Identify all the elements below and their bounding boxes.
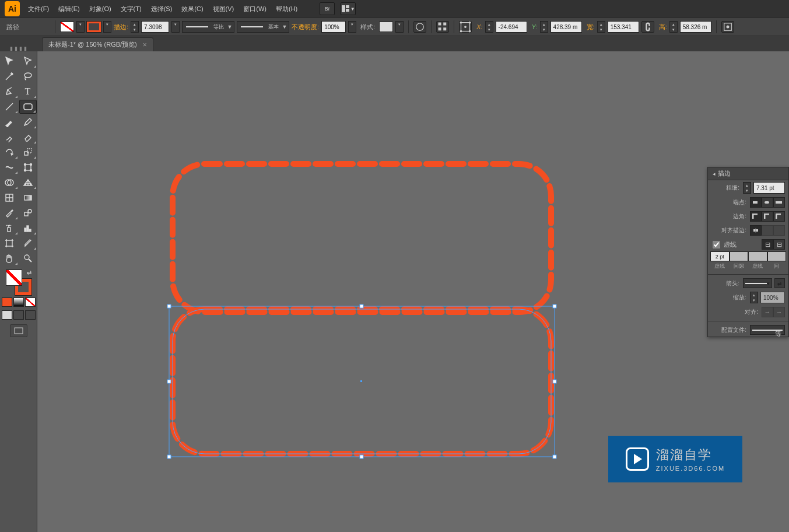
y-spinner[interactable]: ▴▾ bbox=[540, 21, 548, 33]
isolate-icon[interactable] bbox=[721, 21, 734, 33]
stroke-weight-input[interactable]: 7.3098 bbox=[141, 21, 169, 33]
fill-swatch[interactable] bbox=[60, 22, 74, 32]
type-tool[interactable]: T bbox=[19, 85, 37, 99]
draw-normal-icon[interactable] bbox=[2, 310, 12, 320]
fill-color-indicator[interactable] bbox=[6, 270, 22, 286]
weight-input[interactable]: 7.31 pt bbox=[753, 182, 785, 194]
link-wh-icon[interactable] bbox=[641, 21, 654, 33]
panel-collapse-icon[interactable]: ◂ bbox=[713, 171, 716, 177]
transform-anchor-icon[interactable] bbox=[459, 21, 472, 33]
blend-tool[interactable] bbox=[19, 206, 37, 220]
stroke-swatch[interactable] bbox=[87, 22, 101, 32]
join-miter-icon[interactable] bbox=[750, 211, 762, 222]
draw-inside-icon[interactable] bbox=[25, 310, 36, 320]
opacity-input[interactable]: 100% bbox=[321, 21, 346, 33]
shape-rounded-rect-1[interactable] bbox=[173, 164, 551, 312]
h-input[interactable]: 58.326 m bbox=[680, 21, 711, 33]
menu-effect[interactable]: 效果(C) bbox=[177, 0, 208, 18]
gradient-btn[interactable] bbox=[13, 298, 24, 307]
rounded-rectangle-tool[interactable] bbox=[19, 100, 37, 114]
w-input[interactable]: 153.341 bbox=[608, 21, 639, 33]
stroke-weight-spinner[interactable]: ▴▾ bbox=[131, 21, 139, 33]
column-graph-tool[interactable] bbox=[19, 221, 37, 235]
bridge-icon[interactable]: Br bbox=[320, 2, 335, 15]
align-inside-icon[interactable] bbox=[762, 225, 773, 236]
dash-input-2[interactable] bbox=[748, 251, 767, 261]
gap-input-2[interactable] bbox=[767, 251, 787, 261]
weight-spinner[interactable]: ▴▾ bbox=[743, 182, 751, 194]
stroke-panel[interactable]: ◂ 描边 粗细: ▴▾ 7.31 pt 端点: 边角: 对齐描边: 虚线 bbox=[707, 167, 789, 337]
menu-type[interactable]: 文字(T) bbox=[116, 0, 146, 18]
zoom-tool[interactable] bbox=[19, 251, 37, 265]
dashed-checkbox[interactable] bbox=[713, 241, 720, 249]
selection-tool[interactable] bbox=[1, 54, 18, 68]
brush-dropdown[interactable]: 基本▼ bbox=[237, 21, 289, 33]
close-tab-icon[interactable]: × bbox=[143, 41, 147, 49]
eyedropper-tool[interactable] bbox=[1, 206, 18, 220]
symbol-sprayer-tool[interactable] bbox=[1, 221, 18, 235]
shape-builder-tool[interactable] bbox=[1, 176, 18, 190]
gap-input-1[interactable] bbox=[730, 251, 749, 261]
paintbrush-tool[interactable] bbox=[1, 115, 18, 129]
x-spinner[interactable]: ▴▾ bbox=[485, 21, 493, 33]
quick-collapse-handle[interactable]: ▮▮▮▮ bbox=[0, 36, 38, 51]
pencil-tool[interactable] bbox=[19, 115, 37, 129]
slice-tool[interactable] bbox=[19, 236, 37, 250]
align-icon[interactable] bbox=[436, 21, 449, 33]
menu-view[interactable]: 视图(V) bbox=[208, 0, 239, 18]
h-spinner[interactable]: ▴▾ bbox=[669, 21, 678, 33]
dash-input-1[interactable]: 2 pt bbox=[710, 251, 730, 261]
draw-behind-icon[interactable] bbox=[13, 310, 24, 320]
y-input[interactable]: 428.39 m bbox=[550, 21, 582, 33]
menu-file[interactable]: 文件(F) bbox=[23, 0, 54, 18]
mesh-tool[interactable] bbox=[1, 191, 18, 205]
align-outside-icon[interactable] bbox=[773, 225, 785, 236]
menu-edit[interactable]: 编辑(E) bbox=[54, 0, 85, 18]
dash-mode-1-icon[interactable]: ⊟ bbox=[762, 239, 773, 250]
rotate-tool[interactable] bbox=[1, 145, 18, 159]
gradient-tool[interactable] bbox=[19, 191, 37, 205]
fill-stroke-indicator[interactable]: ⇄ bbox=[6, 270, 31, 295]
arrow-align-1[interactable]: → bbox=[762, 307, 773, 317]
cap-square-icon[interactable] bbox=[773, 197, 785, 208]
artboard-tool[interactable] bbox=[1, 236, 18, 250]
join-bevel-icon[interactable] bbox=[773, 211, 785, 222]
arrow-start-dropdown[interactable]: ▾ bbox=[743, 278, 772, 288]
scale-tool[interactable] bbox=[19, 145, 37, 159]
stroke-dropdown[interactable]: ▾ bbox=[103, 21, 111, 33]
screen-mode-button[interactable] bbox=[10, 324, 27, 337]
magic-wand-tool[interactable] bbox=[1, 69, 18, 83]
swap-fill-stroke-icon[interactable]: ⇄ bbox=[27, 270, 31, 276]
hand-tool[interactable] bbox=[1, 251, 18, 265]
pen-tool[interactable] bbox=[1, 85, 18, 99]
style-swatch[interactable] bbox=[379, 22, 393, 32]
arrow-swap-icon[interactable]: ⇄ bbox=[774, 278, 785, 288]
perspective-grid-tool[interactable] bbox=[19, 176, 37, 190]
menu-select[interactable]: 选择(S) bbox=[146, 0, 177, 18]
free-transform-tool[interactable] bbox=[19, 160, 37, 174]
arrow-scale-input[interactable]: 100% bbox=[760, 292, 785, 303]
line-tool[interactable] bbox=[1, 100, 18, 114]
dash-mode-2-icon[interactable]: ⊟ bbox=[773, 239, 785, 250]
profile-dropdown[interactable]: 等 bbox=[750, 325, 785, 335]
menu-window[interactable]: 窗口(W) bbox=[239, 0, 271, 18]
lasso-tool[interactable] bbox=[19, 69, 37, 83]
recolor-icon[interactable] bbox=[413, 21, 426, 33]
join-round-icon[interactable] bbox=[762, 211, 773, 222]
arrange-docs-icon[interactable]: ▼ bbox=[341, 2, 356, 15]
menu-help[interactable]: 帮助(H) bbox=[271, 0, 302, 18]
eraser-tool[interactable] bbox=[19, 130, 37, 144]
cap-round-icon[interactable] bbox=[762, 197, 773, 208]
document-tab[interactable]: 未标题-1* @ 150% (RGB/预览) × bbox=[42, 37, 153, 51]
w-spinner[interactable]: ▴▾ bbox=[597, 21, 605, 33]
width-tool[interactable] bbox=[1, 160, 18, 174]
direct-selection-tool[interactable] bbox=[19, 54, 37, 68]
fill-dropdown[interactable]: ▾ bbox=[76, 21, 85, 33]
cap-butt-icon[interactable] bbox=[750, 197, 762, 208]
stroke-panel-tab[interactable]: ◂ 描边 bbox=[708, 167, 788, 180]
color-btn[interactable] bbox=[2, 298, 12, 307]
arrow-align-2[interactable]: → bbox=[773, 307, 785, 317]
profile-dropdown[interactable]: 等比▼ bbox=[182, 21, 234, 33]
align-center-icon[interactable] bbox=[750, 225, 762, 236]
none-btn[interactable] bbox=[25, 298, 36, 307]
